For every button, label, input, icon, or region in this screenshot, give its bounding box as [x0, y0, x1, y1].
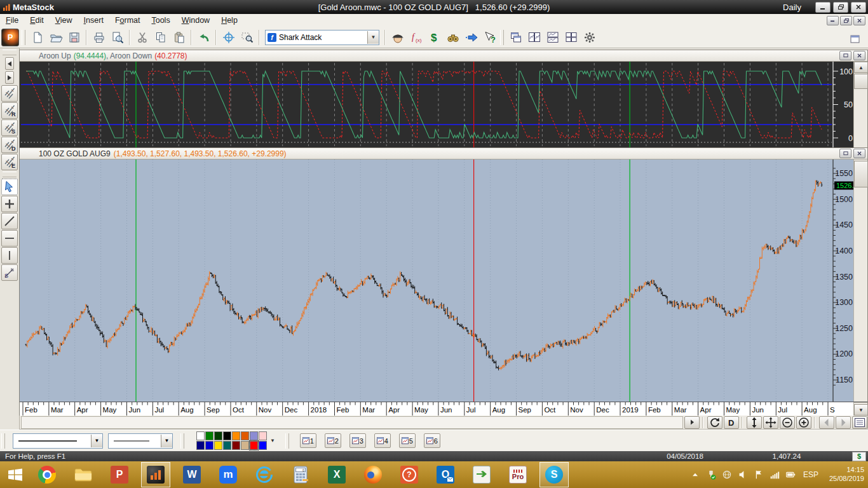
explorer-button[interactable] [444, 28, 462, 46]
taskbar-firefox[interactable] [358, 462, 388, 487]
taskbar-chrome[interactable] [32, 462, 62, 487]
dropdown-arrow-icon[interactable]: ▼ [91, 435, 102, 447]
hidden-icons-icon[interactable] [689, 469, 701, 480]
aroon-vertical-scrollbar[interactable]: ▲ [853, 62, 867, 147]
zoom-in-button[interactable] [796, 416, 811, 429]
menu-insert[interactable]: Insert [78, 15, 109, 26]
taskbar-metastock[interactable] [141, 462, 170, 487]
crosshair-plus-tool-button[interactable] [1, 196, 18, 212]
usb-device-icon[interactable] [705, 469, 717, 480]
taskbar-metastock-pro[interactable]: Pro [503, 462, 532, 487]
network-icon[interactable] [721, 469, 733, 480]
system-tester-button[interactable]: $ [425, 28, 444, 46]
toolbar-float-handle[interactable] [846, 30, 864, 48]
refresh-button[interactable] [707, 416, 722, 429]
taskbar-word[interactable]: W [177, 462, 207, 487]
layout-4-button[interactable]: 4 [374, 433, 391, 448]
expert-advisor-button[interactable] [388, 28, 407, 46]
color-swatch[interactable] [232, 431, 240, 440]
tray-signal[interactable] [769, 469, 780, 480]
start-button[interactable] [1, 462, 29, 487]
taskbar-outlook[interactable]: O [431, 462, 460, 487]
taskbar-excel[interactable]: X [322, 462, 351, 487]
taskbar-file-explorer[interactable] [69, 462, 98, 487]
layout-2-button[interactable]: 2 [325, 433, 341, 448]
line-style-combo[interactable]: ▼ [13, 433, 103, 449]
color-swatch[interactable] [196, 431, 205, 440]
date-axis[interactable]: FebMarAprMayJunJulAugSepOctNovDec2018Feb… [20, 402, 867, 416]
open-button[interactable] [46, 28, 65, 46]
price-close-button[interactable] [853, 149, 865, 158]
language-indicator[interactable]: ESP [803, 470, 818, 479]
menu-window[interactable]: Window [176, 15, 215, 26]
taskbar-maxthon[interactable]: m [214, 462, 243, 487]
taskbar-skype[interactable]: S [539, 462, 569, 487]
zoom-area-button[interactable] [238, 28, 256, 46]
tray-network[interactable] [721, 469, 733, 480]
color-swatch[interactable] [259, 441, 267, 450]
color-swatch[interactable] [223, 441, 231, 450]
expert-commentary-button[interactable] [462, 28, 480, 46]
menu-format[interactable]: Format [109, 15, 146, 26]
save-button[interactable] [65, 28, 83, 46]
paste-button[interactable] [170, 28, 188, 46]
layout-5-button[interactable]: 5 [399, 433, 416, 448]
menu-tools[interactable]: Tools [146, 15, 175, 26]
aroon-restore-button[interactable] [839, 51, 851, 60]
scroll-left-button[interactable] [5, 57, 14, 70]
crosshair-button[interactable] [219, 28, 238, 46]
menu-edit[interactable]: Edit [24, 15, 50, 26]
vertical-line-tool-button[interactable] [1, 247, 18, 264]
horizontal-scrollbar-track[interactable] [21, 416, 683, 429]
color-swatch[interactable] [250, 431, 258, 440]
new-chart-button[interactable] [28, 28, 46, 46]
tile-grid-button[interactable] [562, 28, 580, 46]
rail-grip[interactable] [3, 50, 17, 55]
layout-6-button[interactable]: 6 [424, 433, 440, 448]
color-swatch[interactable] [250, 441, 258, 450]
minimize-button[interactable] [815, 2, 831, 13]
menu-help[interactable]: Help [215, 15, 243, 26]
indicator-builder-button[interactable]: f(x) [407, 28, 425, 46]
scroll-up-button[interactable]: ▲ [854, 62, 868, 73]
taskbar-powerpoint[interactable]: P [105, 462, 134, 487]
price-vertical-scrollbar[interactable] [853, 159, 867, 402]
color-swatch[interactable] [205, 441, 214, 450]
scroll-down-button[interactable]: ▼ [854, 404, 868, 416]
tray-volume[interactable] [737, 469, 749, 480]
zoom-out-button[interactable] [780, 416, 795, 429]
prev-button[interactable] [819, 416, 834, 429]
menu-view[interactable]: View [50, 15, 78, 26]
print-preview-button[interactable] [108, 28, 126, 46]
color-swatch[interactable] [241, 431, 249, 440]
aroon-chart[interactable]: 100500 ▲ [20, 62, 867, 147]
undo-button[interactable] [194, 28, 213, 46]
color-swatch[interactable] [205, 431, 214, 440]
aroon-close-button[interactable] [853, 51, 865, 60]
restore-button[interactable] [833, 2, 848, 13]
scroll-right-button[interactable] [684, 416, 700, 429]
layout-menu-button[interactable] [852, 416, 867, 429]
close-button[interactable] [851, 2, 866, 13]
taskbar-calculator[interactable]: 0 [286, 462, 315, 487]
cascade-windows-button[interactable] [506, 28, 525, 46]
price-chart[interactable]: 1550150014501400135013001250120011501526… [20, 159, 867, 402]
tray-flag[interactable] [753, 469, 764, 480]
tray-usb-device[interactable] [705, 469, 717, 480]
tile-vertical-button[interactable] [525, 28, 543, 46]
what-is-this-button[interactable]: ? [480, 28, 499, 46]
color-swatch[interactable] [241, 441, 249, 450]
horizontal-line-tool-button[interactable] [1, 230, 18, 247]
layout-1-button[interactable]: 1 [300, 433, 316, 448]
chart-style-S-button[interactable]: S [1, 119, 18, 136]
color-swatch[interactable] [214, 431, 222, 440]
color-swatch[interactable] [259, 431, 267, 440]
taskbar-help-viewer[interactable]: ? [395, 462, 424, 487]
pan-button[interactable] [763, 416, 778, 429]
child-close-button[interactable] [853, 16, 865, 25]
metastock-app-button[interactable]: P [1, 29, 19, 46]
layout-3-button[interactable]: 3 [349, 433, 366, 448]
color-swatch[interactable] [223, 431, 231, 440]
scroll-right-button[interactable] [5, 71, 14, 84]
tray-hidden-icons[interactable] [689, 469, 701, 480]
